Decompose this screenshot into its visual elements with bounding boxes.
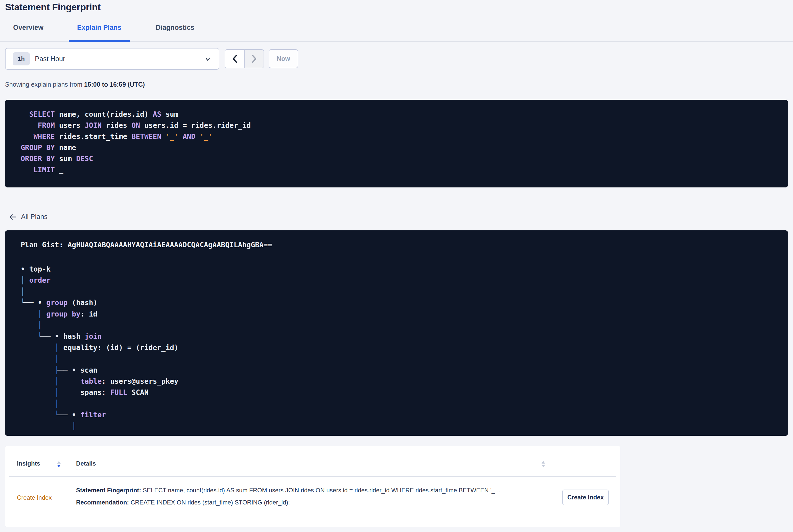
active-tab-indicator bbox=[69, 40, 130, 42]
tab-diagnostics[interactable]: Diagnostics bbox=[156, 24, 194, 32]
arrow-left-icon bbox=[9, 214, 17, 220]
showing-range: 15:00 to 16:59 (UTC) bbox=[84, 81, 145, 88]
statement-fingerprint-text: SELECT name, count(rides.id) AS sum FROM… bbox=[143, 487, 501, 494]
code-line: │ bbox=[21, 320, 788, 331]
sql-statement-block: SELECT name, count(rides.id) AS sum FROM… bbox=[5, 100, 788, 187]
chevron-left-icon bbox=[231, 55, 238, 63]
insights-table-card: Insights Details Create Index Statement … bbox=[5, 446, 620, 527]
insights-column-header[interactable]: Insights bbox=[17, 460, 40, 470]
recommendation-detail: Recommendation: CREATE INDEX ON rides (s… bbox=[76, 499, 290, 506]
code-line: │ bbox=[21, 286, 788, 297]
code-line: │ spans: FULL SCAN bbox=[21, 387, 788, 398]
code-line: ORDER BY sum DESC bbox=[21, 153, 788, 165]
showing-plans-text: Showing explain plans from 15:00 to 16:5… bbox=[5, 81, 145, 88]
code-line: WHERE rides.start_time BETWEEN '_' AND '… bbox=[21, 131, 788, 142]
plan-gist-line: Plan Gist: AgHUAQIABQAAAAHYAQIAiAEAAAADC… bbox=[21, 240, 788, 251]
code-line: │ group by: id bbox=[21, 309, 788, 320]
create-index-button[interactable]: Create Index bbox=[562, 490, 609, 505]
code-line: ├── • scan bbox=[21, 365, 788, 376]
details-sort-icon[interactable] bbox=[542, 461, 545, 467]
plan-tree: • top-k│ order│└── • group (hash) │ grou… bbox=[21, 264, 788, 432]
chevron-down-icon bbox=[204, 56, 211, 63]
statement-fingerprint-page: Statement Fingerprint Overview Explain P… bbox=[0, 0, 793, 532]
code-line: │ bbox=[21, 421, 788, 432]
sql-statement-code: SELECT name, count(rides.id) AS sum FROM… bbox=[21, 109, 788, 175]
tab-overview[interactable]: Overview bbox=[13, 24, 43, 32]
table-row-divider bbox=[10, 518, 616, 518]
insights-sort-icon[interactable] bbox=[57, 461, 61, 467]
sort-desc-arrow bbox=[57, 465, 61, 467]
sort-asc-arrow bbox=[57, 461, 61, 463]
sort-desc-arrow bbox=[542, 465, 545, 467]
all-plans-label: All Plans bbox=[21, 213, 48, 221]
next-time-window-button[interactable] bbox=[244, 50, 264, 68]
code-line: LIMIT _ bbox=[21, 165, 788, 175]
code-line: │ bbox=[21, 398, 788, 410]
recommendation-label: Recommendation: bbox=[76, 499, 131, 506]
code-line: │ bbox=[21, 354, 788, 364]
statement-fingerprint-label: Statement Fingerprint: bbox=[76, 487, 143, 494]
code-line: • top-k bbox=[21, 264, 788, 275]
code-line: └── • filter bbox=[21, 410, 788, 421]
create-index-link[interactable]: Create Index bbox=[17, 494, 52, 501]
all-plans-link[interactable]: All Plans bbox=[9, 213, 48, 221]
code-line: │ table: users@users_pkey bbox=[21, 376, 788, 387]
table-header-divider bbox=[10, 476, 616, 477]
code-line: │ equality: (id) = (rider_id) bbox=[21, 342, 788, 354]
code-line: GROUP BY name bbox=[21, 142, 788, 153]
code-line: FROM users JOIN rides ON users.id = ride… bbox=[21, 120, 788, 131]
tab-bar: Overview Explain Plans Diagnostics bbox=[0, 0, 793, 42]
statement-fingerprint-detail: Statement Fingerprint: SELECT name, coun… bbox=[76, 487, 501, 494]
tab-explain-plans[interactable]: Explain Plans bbox=[77, 24, 121, 32]
sort-asc-arrow bbox=[542, 461, 545, 463]
code-line: └── • group (hash) bbox=[21, 297, 788, 308]
chevron-right-icon bbox=[251, 55, 258, 63]
code-line: │ order bbox=[21, 275, 788, 286]
now-button[interactable]: Now bbox=[269, 49, 298, 68]
time-range-badge: 1h bbox=[13, 52, 30, 65]
plan-gist-block: Plan Gist: AgHUAQIABQAAAAHYAQIAiAEAAAADC… bbox=[5, 230, 788, 436]
time-range-label: Past Hour bbox=[35, 49, 65, 69]
time-window-stepper bbox=[225, 49, 264, 68]
details-column-header[interactable]: Details bbox=[76, 460, 96, 470]
time-range-select[interactable]: 1h Past Hour bbox=[5, 48, 219, 70]
previous-time-window-button[interactable] bbox=[225, 50, 244, 68]
code-line: SELECT name, count(rides.id) AS sum bbox=[21, 109, 788, 120]
recommendation-text: CREATE INDEX ON rides (start_time) STORI… bbox=[131, 499, 290, 506]
code-line: └── • hash join bbox=[21, 331, 788, 342]
section-divider bbox=[0, 204, 793, 204]
showing-prefix: Showing explain plans from bbox=[5, 81, 84, 88]
